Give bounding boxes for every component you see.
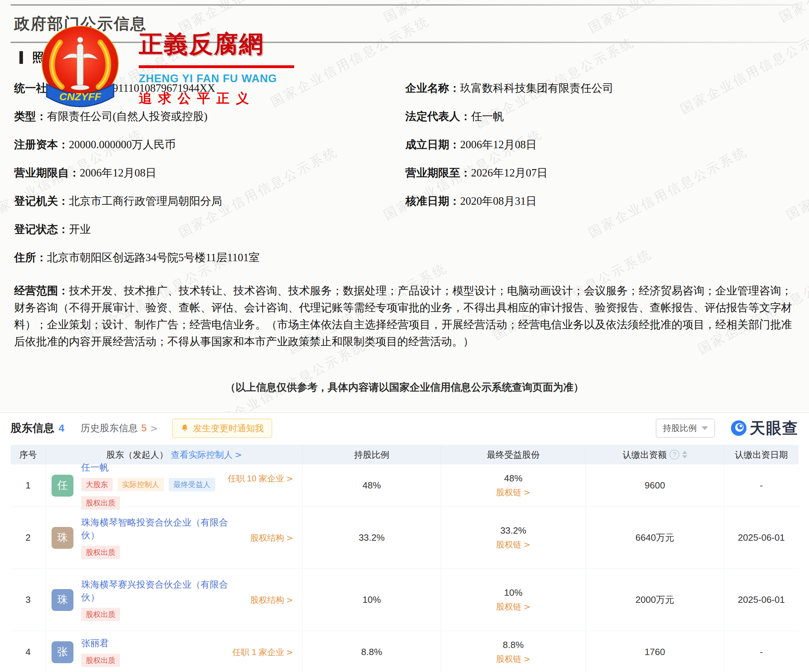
field-term-to: 营业期限至：2026年12月07日 <box>405 166 799 194</box>
gov-publicity-document: 国家企业信用信息公示系统 国家企业信用信息公示系统 国家企业信用信息公示系统 国… <box>0 0 809 412</box>
help-icon[interactable] <box>670 450 680 459</box>
divider <box>10 42 799 43</box>
field-value: 2006年12月08日 <box>460 138 537 151</box>
sort-up-icon <box>682 451 687 454</box>
equity-pledge-tag: 股权出质 <box>81 608 120 621</box>
equity-structure-link[interactable]: 股权结构 <box>250 532 293 543</box>
bell-icon <box>180 424 189 432</box>
shareholder-main: 张丽君 股权出质 <box>81 637 120 667</box>
tag-row: 股权出质 <box>81 546 240 559</box>
tianyancha-logo-icon <box>731 420 747 436</box>
date-cell: - <box>724 631 799 672</box>
history-label: 历史股东信息 <box>81 422 138 434</box>
table-row: 1 任 任一帆 大股东 实际控制人 最终受益人 股权出质 任职 10 家企业 <box>10 464 799 507</box>
link-label: 股权结构 <box>250 594 284 606</box>
header-subscribed-date: 认缴出资日期 <box>724 445 799 464</box>
field-value: 北京市朝阳区创远路34号院5号楼11层1101室 <box>47 251 260 264</box>
chevron-right-icon <box>150 423 158 434</box>
section-marker-bar <box>19 51 23 64</box>
red-underline <box>139 65 294 68</box>
site-slogan: 追求公平正义 <box>139 90 393 107</box>
amount-cell: 1760 <box>586 631 724 672</box>
link-label: 查看实际控制人 <box>171 449 233 461</box>
avatar: 珠 <box>52 527 74 549</box>
benefit-value: 10% <box>504 587 522 598</box>
chevron-right-icon <box>524 602 530 612</box>
sort-control[interactable] <box>682 451 687 459</box>
benefit-value: 48% <box>504 473 522 484</box>
avatar: 珠 <box>52 589 74 611</box>
equity-structure-link[interactable]: 股权结构 <box>250 594 293 606</box>
shareholder-main: 珠海横琴智略投资合伙企业（有限合伙） 股权出质 <box>81 516 240 559</box>
shareholder-name-link[interactable]: 珠海横琴智略投资合伙企业（有限合伙） <box>81 516 240 541</box>
chevron-right-icon <box>286 474 293 484</box>
tag-row: 大股东 实际控制人 最终受益人 股权出质 <box>81 478 240 509</box>
history-shareholders-link[interactable]: 历史股东信息 5 <box>81 422 158 434</box>
benefit-cell: 48% 股权链 <box>441 464 586 506</box>
shareholders-header: 股东信息 4 历史股东信息 5 发生变更时通知我 持股比例 天眼查 <box>10 419 799 437</box>
major-shareholder-tag: 大股东 <box>81 478 112 491</box>
field-label: 法定代表人： <box>405 110 471 122</box>
site-emblem-logo: CNZYFF <box>40 24 121 120</box>
business-scope: 经营范围：技术开发、技术推广、技术转让、技术咨询、技术服务；数据处理；产品设计；… <box>14 282 792 350</box>
amount-cell: 6640万元 <box>586 507 724 568</box>
view-actual-controller-link[interactable]: 查看实际控制人 <box>171 449 242 461</box>
field-label: 营业期限自： <box>14 167 80 179</box>
header-subscribed-amount: 认缴出资额 <box>586 445 724 464</box>
equity-chain-link[interactable]: 股权链 <box>496 539 530 550</box>
shareholder-name-link[interactable]: 张丽君 <box>81 637 120 649</box>
business-scope-text: 技术开发、技术推广、技术转让、技术咨询、技术服务；数据处理；产品设计；模型设计；… <box>14 285 792 348</box>
date-cell: - <box>724 464 799 506</box>
dropdown-selected-value: 持股比例 <box>663 422 697 434</box>
site-wordmark: 正義反腐網 ZHENG YI FAN FU WANG 追求公平正义 <box>139 28 393 107</box>
benefit-value: 8.8% <box>503 640 524 650</box>
notify-on-change-button[interactable]: 发生变更时通知我 <box>172 419 272 438</box>
link-label: 股权结构 <box>250 532 284 543</box>
shareholder-name-link[interactable]: 珠海横琴赛兴投资合伙企业（有限合伙） <box>81 578 240 603</box>
benefit-cell: 10% 股权链 <box>441 569 586 631</box>
equity-chain-link[interactable]: 股权链 <box>496 487 530 498</box>
field-legal-rep: 法定代表人：任一帆 <box>405 109 799 137</box>
header-index: 序号 <box>10 445 46 464</box>
header-benefit-shares: 最终受益股份 <box>441 445 586 464</box>
table-row: 3 珠 珠海横琴赛兴投资合伙企业（有限合伙） 股权出质 股权结构 10% 10% <box>10 569 799 631</box>
ratio-cell: 8.8% <box>303 631 441 672</box>
sort-down-icon <box>682 455 687 459</box>
shareholder-main: 珠海横琴赛兴投资合伙企业（有限合伙） 股权出质 <box>81 578 240 621</box>
shareholder-main: 任一帆 大股东 实际控制人 最终受益人 股权出质 <box>81 461 240 509</box>
serves-in-companies-link[interactable]: 任职 1 家企业 <box>232 647 293 658</box>
field-label: 经营范围： <box>14 285 69 297</box>
header-amount-label: 认缴出资额 <box>623 449 667 461</box>
equity-chain-link[interactable]: 股权链 <box>496 653 530 665</box>
chevron-right-icon <box>286 533 293 543</box>
tag-row: 股权出质 <box>81 654 120 667</box>
benefit-cell: 8.8% 股权链 <box>441 631 586 672</box>
divider <box>10 4 799 6</box>
history-count: 5 <box>141 423 146 434</box>
shareholder-cell: 珠 珠海横琴赛兴投资合伙企业（有限合伙） 股权出质 股权结构 <box>46 569 303 631</box>
amount-cell: 2000万元 <box>586 569 724 631</box>
shareholders-title: 股东信息 <box>10 421 54 436</box>
emblem-graphic: CNZYFF <box>40 24 121 119</box>
shareholders-section: 股东信息 4 历史股东信息 5 发生变更时通知我 持股比例 天眼查 <box>0 412 809 672</box>
field-label: 注册资本： <box>14 138 69 151</box>
field-value: 玖富数科科技集团有限责任公司 <box>460 82 613 94</box>
field-value: 20000.000000万人民币 <box>69 138 176 151</box>
tianyancha-logo-text: 天眼查 <box>750 418 799 439</box>
benefit-cell: 33.2% 股权链 <box>441 507 586 568</box>
sort-by-ratio-dropdown[interactable]: 持股比例 <box>656 419 715 437</box>
notify-button-label: 发生变更时通知我 <box>193 422 264 434</box>
header-shareholder-label: 股东（发起人） <box>106 449 168 461</box>
shareholder-name-link[interactable]: 任一帆 <box>81 461 240 474</box>
table-row: 4 张 张丽君 股权出质 任职 1 家企业 8.8% 8.8% 股权链 <box>10 631 799 672</box>
field-label: 营业期限至： <box>405 167 471 179</box>
serves-in-companies-link[interactable]: 任职 10 家企业 <box>228 473 293 484</box>
field-registered-capital: 注册资本：20000.000000万人民币 <box>14 137 405 166</box>
field-establish-date: 成立日期：2006年12月08日 <box>405 137 799 166</box>
registration-fields: 统一社会信用代码：9111010879671944XX 企业名称：玖富数科科技集… <box>14 81 799 279</box>
equity-chain-link[interactable]: 股权链 <box>496 601 530 612</box>
date-cell: 2025-06-01 <box>724 569 799 631</box>
field-value: 北京市工商行政管理局朝阳分局 <box>69 195 222 207</box>
field-label: 核准日期： <box>405 195 460 207</box>
row-index: 1 <box>10 464 46 506</box>
